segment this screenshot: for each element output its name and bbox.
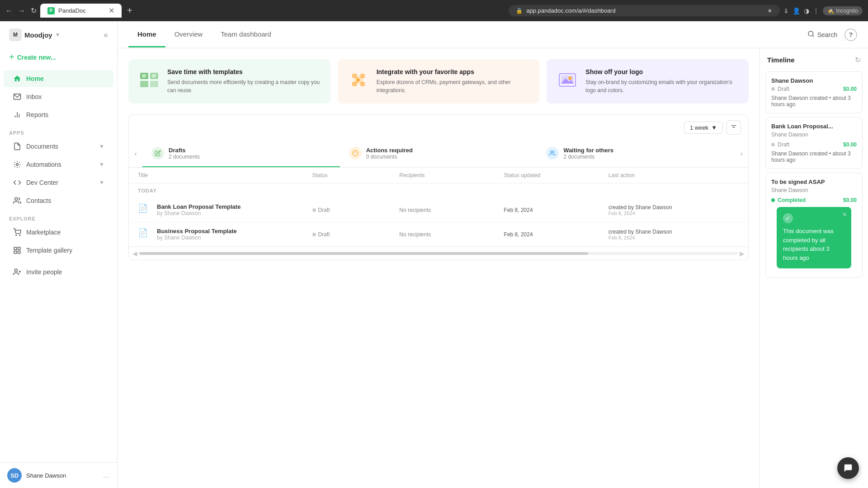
refresh-button[interactable]: ↻ <box>855 56 861 64</box>
close-completion-button[interactable]: × <box>843 211 847 219</box>
incognito-label: Incognito <box>836 8 858 14</box>
sidebar-item-template-gallery[interactable]: Template gallery <box>4 242 113 259</box>
status-tab-waiting[interactable]: Waiting for others 2 documents <box>537 141 735 167</box>
timeline-panel: Timeline ↻ Shane Dawson Draft $0.00 Shan… <box>760 48 868 488</box>
timeline-status-label: Draft <box>778 141 789 148</box>
lock-icon: 🔒 <box>516 8 523 14</box>
sidebar-item-reports[interactable]: Reports <box>4 106 113 123</box>
status-dot <box>312 233 316 236</box>
logo-promo-icon <box>556 68 579 92</box>
tab-overview[interactable]: Overview <box>165 22 212 47</box>
create-plus-icon: + <box>9 52 14 62</box>
tab-title: PandaDoc <box>58 7 86 14</box>
browser-nav-controls[interactable]: ← → ↻ <box>5 6 37 15</box>
svg-point-1 <box>16 164 19 166</box>
timeline-action: Shane Dawson created • about 3 hours ago <box>771 95 857 108</box>
scroll-track <box>139 252 738 255</box>
address-bar[interactable]: 🔒 app.pandadoc.com/a/#/dashboard ★ <box>509 5 780 16</box>
sidebar-item-marketplace[interactable]: Marketplace <box>4 224 113 241</box>
automations-arrow-icon: ▼ <box>99 161 104 168</box>
table-row[interactable]: 📄 Bank Loan Proposal Template by Shane D… <box>129 198 748 222</box>
chat-button[interactable] <box>837 457 859 479</box>
svg-rect-24 <box>352 74 357 78</box>
status-tabs-next[interactable]: › <box>735 140 748 167</box>
org-selector[interactable]: M Moodjoy ▼ <box>9 28 61 41</box>
doc-author: by Shane Dawson <box>157 235 237 241</box>
org-dropdown-icon: ▼ <box>55 32 61 38</box>
help-icon: ? <box>849 31 853 38</box>
extension-icon[interactable]: ◑ <box>804 7 809 14</box>
sidebar-item-inbox[interactable]: Inbox <box>4 88 113 105</box>
sidebar-footer: SD Shane Dawson … <box>0 462 117 488</box>
sidebar-item-contacts[interactable]: Contacts <box>4 192 113 209</box>
promo-card-templates[interactable]: Save time with templates Send documents … <box>128 59 330 103</box>
doc-status-label: Draft <box>318 207 330 213</box>
create-new-button[interactable]: + Create new... <box>7 50 110 64</box>
doc-status-updated: Feb 8, 2024 <box>504 231 609 238</box>
completion-text: This document was completed by all recip… <box>783 227 845 262</box>
col-status: Status <box>312 172 400 178</box>
org-avatar: M <box>9 28 22 41</box>
download-icon[interactable]: ⇓ <box>783 7 789 14</box>
timeline-status-row: Draft $0.00 <box>771 86 857 92</box>
doc-last-action-date: Feb 8, 2024 <box>609 235 739 240</box>
sidebar-item-invite[interactable]: Invite people <box>4 263 113 281</box>
scroll-thumb <box>139 252 588 255</box>
svg-rect-15 <box>142 75 146 75</box>
doc-title-group: Business Proposal Template by Shane Daws… <box>157 228 237 241</box>
sidebar-inbox-label: Inbox <box>26 93 42 100</box>
reports-icon <box>13 110 22 119</box>
sidebar-item-home[interactable]: Home <box>4 70 113 87</box>
active-tab[interactable]: P PandaDoc ✕ <box>40 4 122 18</box>
filter-button[interactable] <box>726 120 741 135</box>
timeline-card[interactable]: Shane Dawson Draft $0.00 Shane Dawson cr… <box>765 71 863 113</box>
table-row[interactable]: 📄 Business Proposal Template by Shane Da… <box>129 222 748 247</box>
profile-icon[interactable]: 👤 <box>793 7 800 14</box>
status-tab-actions[interactable]: Actions required 0 documents <box>340 141 538 167</box>
status-tabs-prev[interactable]: ‹ <box>129 140 142 167</box>
week-selector[interactable]: 1 week ▼ <box>684 122 723 134</box>
promo-card-logo[interactable]: Show off your logo Stay on-brand by cust… <box>547 59 749 103</box>
svg-point-30 <box>568 76 572 80</box>
status-tab-drafts[interactable]: Drafts 2 documents <box>142 141 340 167</box>
sidebar-item-automations[interactable]: Automations ▼ <box>4 156 113 173</box>
timeline-card[interactable]: Bank Loan Proposal... Shane Dawson Draft… <box>765 117 863 169</box>
forward-button[interactable]: → <box>18 7 25 15</box>
sidebar: M Moodjoy ▼ « + Create new... Home Inbox <box>0 21 118 488</box>
scroll-left-arrow[interactable]: ◀ <box>132 250 137 257</box>
actions-icon <box>349 147 362 160</box>
actions-tab-info: Actions required 0 documents <box>366 147 413 160</box>
browser-chrome: ← → ↻ P PandaDoc ✕ + 🔒 app.pandadoc.com/… <box>0 0 868 21</box>
dev-center-arrow-icon: ▼ <box>99 179 104 186</box>
user-more-button[interactable]: … <box>103 471 110 479</box>
tab-team-dashboard[interactable]: Team dashboard <box>212 22 280 47</box>
sidebar-item-dev-center[interactable]: Dev Center ▼ <box>4 174 113 191</box>
timeline-card-completed[interactable]: To be signed ASAP Shane Dawson Completed… <box>765 173 863 278</box>
templates-promo-icon <box>137 68 161 92</box>
bookmark-icon[interactable]: ★ <box>767 7 773 14</box>
horizontal-scrollbar[interactable]: ◀ ▶ <box>129 247 748 260</box>
timeline-doc-title: Shane Dawson <box>771 77 857 84</box>
waiting-tab-info: Waiting for others 2 documents <box>563 147 613 160</box>
create-label: Create new... <box>17 54 56 61</box>
timeline-amount: $0.00 <box>843 86 857 92</box>
tab-close-button[interactable]: ✕ <box>108 6 114 15</box>
svg-rect-25 <box>360 74 365 78</box>
sidebar-item-documents[interactable]: Documents ▼ <box>4 138 113 155</box>
reload-button[interactable]: ↻ <box>31 6 37 15</box>
search-button[interactable]: Search <box>807 30 837 39</box>
collapse-sidebar-button[interactable]: « <box>104 30 108 40</box>
menu-icon[interactable]: ⋮ <box>813 7 819 14</box>
search-icon <box>807 30 815 39</box>
documents-arrow-icon: ▼ <box>99 143 104 150</box>
tab-home[interactable]: Home <box>128 22 165 47</box>
new-tab-button[interactable]: + <box>123 4 136 18</box>
actions-tab-label: Actions required <box>366 147 413 154</box>
promo-card-integrate[interactable]: Integrate with your favorite apps Explor… <box>338 59 540 103</box>
help-button[interactable]: ? <box>844 28 857 41</box>
back-button[interactable]: ← <box>5 7 13 15</box>
invite-icon <box>13 267 22 277</box>
sidebar-user-name: Shane Dawson <box>26 472 66 479</box>
scroll-right-arrow[interactable]: ▶ <box>740 250 745 257</box>
timeline-status-dot <box>771 143 775 146</box>
